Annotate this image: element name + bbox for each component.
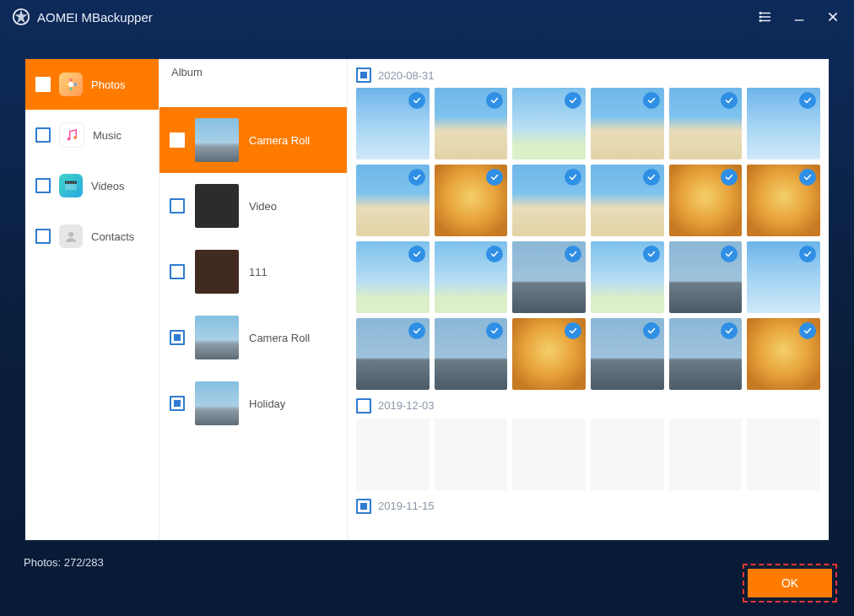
date-header[interactable]: 2019-11-15 xyxy=(356,499,820,514)
album-label: Camera Roll xyxy=(249,332,310,344)
photo-thumb[interactable] xyxy=(591,165,664,236)
album-item-111[interactable]: 111 xyxy=(159,239,347,305)
category-label: Photos xyxy=(91,78,125,91)
ok-highlight: OK xyxy=(743,564,837,602)
photo-thumb[interactable] xyxy=(747,419,820,490)
photo-thumb[interactable] xyxy=(435,241,508,313)
album-thumb xyxy=(195,316,239,359)
checkmark-icon xyxy=(721,92,738,109)
checkbox-icon[interactable] xyxy=(356,398,371,413)
checkmark-icon xyxy=(565,169,581,186)
date-label: 2020-08-31 xyxy=(378,69,435,82)
photo-thumb[interactable] xyxy=(591,241,664,313)
svg-point-14 xyxy=(65,83,68,85)
category-item-contacts[interactable]: Contacts xyxy=(25,211,159,262)
photo-thumb[interactable] xyxy=(669,165,743,236)
date-header[interactable]: 2019-12-03 xyxy=(356,398,820,413)
photo-grid xyxy=(356,419,820,490)
album-label: Camera Roll xyxy=(249,134,310,147)
photo-thumb[interactable] xyxy=(512,318,586,390)
date-header[interactable]: 2020-08-31 xyxy=(356,68,820,83)
svg-point-4 xyxy=(759,13,761,14)
photo-thumb[interactable] xyxy=(669,88,743,159)
checkbox-icon[interactable] xyxy=(170,396,185,411)
checkbox-icon[interactable] xyxy=(35,77,51,92)
category-item-videos[interactable]: Videos xyxy=(25,160,159,211)
checkmark-icon xyxy=(408,246,425,262)
checkbox-icon[interactable] xyxy=(170,264,185,279)
checkmark-icon xyxy=(486,92,503,109)
svg-point-21 xyxy=(72,182,73,183)
photo-thumb[interactable] xyxy=(669,419,743,490)
checkbox-icon[interactable] xyxy=(35,178,51,193)
album-item-camera-roll-2[interactable]: Camera Roll xyxy=(159,305,347,370)
ok-button[interactable]: OK xyxy=(748,569,832,597)
close-icon[interactable] xyxy=(824,8,842,26)
photo-thumb[interactable] xyxy=(591,88,664,159)
checkbox-icon[interactable] xyxy=(170,132,185,148)
photo-thumb[interactable] xyxy=(512,241,586,313)
album-item-holiday[interactable]: Holiday xyxy=(159,370,347,436)
photo-thumb[interactable] xyxy=(747,88,820,159)
photo-thumb[interactable] xyxy=(356,241,430,313)
album-item-video[interactable]: Video xyxy=(159,173,347,239)
checkmark-icon xyxy=(486,169,503,186)
photo-thumb[interactable] xyxy=(747,241,820,313)
titlebar-right xyxy=(756,8,842,26)
photo-thumb[interactable] xyxy=(747,165,820,236)
album-item-camera-roll[interactable]: Camera Roll xyxy=(159,107,347,173)
photo-thumb[interactable] xyxy=(512,419,586,490)
photo-thumb[interactable] xyxy=(435,165,508,236)
checkbox-icon[interactable] xyxy=(35,127,51,143)
checkmark-icon xyxy=(799,246,816,262)
checkmark-icon xyxy=(486,322,503,339)
status-text: Photos: 272/283 xyxy=(24,556,104,569)
checkmark-icon xyxy=(486,246,503,262)
album-thumb xyxy=(195,184,239,228)
photo-thumb[interactable] xyxy=(669,241,743,313)
album-label: 111 xyxy=(249,266,268,278)
category-list: Photos Music Videos xyxy=(25,59,159,540)
checkmark-icon xyxy=(643,246,660,262)
checkbox-icon[interactable] xyxy=(356,499,371,514)
checkbox-icon[interactable] xyxy=(170,330,185,345)
checkbox-icon[interactable] xyxy=(356,68,371,83)
menu-icon[interactable] xyxy=(756,8,775,26)
checkmark-icon xyxy=(565,92,581,109)
app-window: AOMEI MBackupper Photos xyxy=(0,0,854,616)
checkmark-icon xyxy=(408,169,425,186)
checkbox-icon[interactable] xyxy=(170,198,185,213)
photo-thumb[interactable] xyxy=(591,318,664,390)
checkmark-icon xyxy=(721,169,738,186)
photo-thumb[interactable] xyxy=(356,165,430,236)
photo-thumb[interactable] xyxy=(512,165,586,236)
svg-point-11 xyxy=(69,78,72,81)
category-label: Contacts xyxy=(91,230,134,243)
svg-point-5 xyxy=(759,16,761,18)
svg-point-12 xyxy=(74,83,77,85)
svg-point-16 xyxy=(73,136,77,139)
photo-thumb[interactable] xyxy=(435,88,508,159)
photo-thumb[interactable] xyxy=(591,419,664,490)
checkbox-icon[interactable] xyxy=(35,229,51,244)
photo-thumb[interactable] xyxy=(512,88,586,159)
album-thumb xyxy=(195,381,239,425)
videos-icon xyxy=(59,174,83,197)
photo-thumb[interactable] xyxy=(747,318,820,390)
music-icon xyxy=(59,122,84,148)
minimize-icon[interactable] xyxy=(790,8,808,26)
photo-thumb[interactable] xyxy=(356,88,430,159)
photo-thumb[interactable] xyxy=(435,419,508,490)
category-label: Videos xyxy=(91,180,125,192)
category-item-music[interactable]: Music xyxy=(25,110,159,160)
app-title: AOMEI MBackupper xyxy=(37,10,153,24)
photo-thumb[interactable] xyxy=(669,318,743,390)
category-label: Music xyxy=(93,129,122,142)
photo-thumb[interactable] xyxy=(356,419,430,490)
photo-thumb[interactable] xyxy=(356,318,430,390)
album-label: Video xyxy=(249,200,277,213)
photo-grid xyxy=(356,88,820,390)
svg-rect-18 xyxy=(65,184,77,191)
category-item-photos[interactable]: Photos xyxy=(25,59,159,110)
photo-thumb[interactable] xyxy=(435,318,508,390)
